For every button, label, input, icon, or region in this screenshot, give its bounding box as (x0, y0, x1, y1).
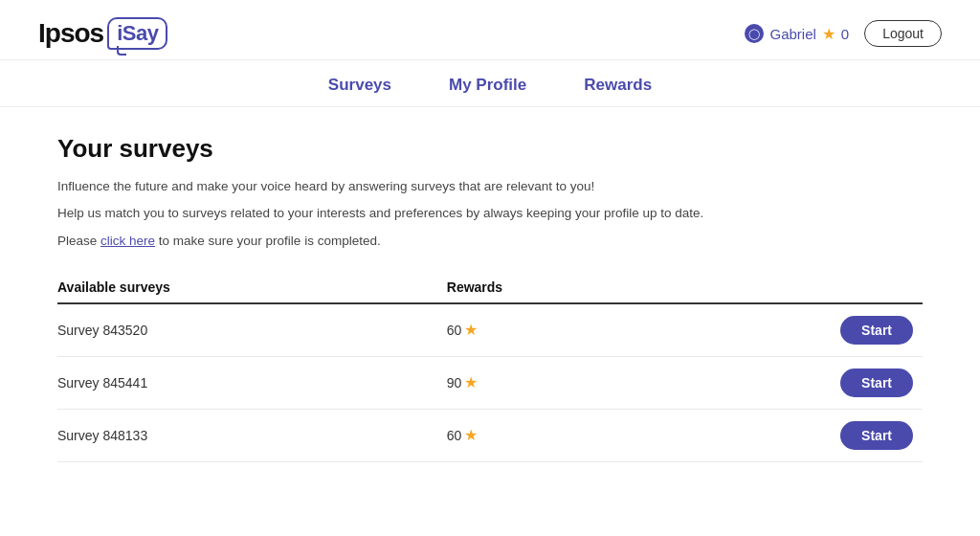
table-row: Survey 84813360★Start (57, 409, 923, 461)
survey-action: Start (663, 303, 923, 357)
desc3-prefix: Please (57, 234, 100, 248)
survey-rewards: 60★ (447, 409, 663, 461)
page-title: Your surveys (57, 134, 923, 164)
nav-surveys[interactable]: Surveys (328, 76, 391, 95)
survey-name: Survey 848133 (57, 409, 447, 461)
table-row: Survey 84544190★Start (57, 356, 923, 409)
survey-action: Start (663, 409, 923, 461)
survey-rewards: 90★ (447, 356, 663, 409)
col-header-rewards: Rewards (447, 272, 663, 303)
start-button-1[interactable]: Start (840, 368, 913, 397)
star-icon: ★ (464, 426, 478, 444)
surveys-table: Available surveys Rewards Survey 8435206… (57, 272, 923, 462)
star-icon: ★ (822, 25, 835, 43)
start-button-0[interactable]: Start (840, 316, 913, 345)
logo-ipsos-text: Ipsos (38, 18, 103, 49)
username: Gabriel (769, 26, 815, 42)
nav-rewards[interactable]: Rewards (584, 76, 652, 95)
survey-action: Start (663, 356, 923, 409)
survey-name: Survey 845441 (57, 356, 447, 409)
col-header-surveys: Available surveys (57, 272, 447, 303)
description-3: Please click here to make sure your prof… (57, 232, 923, 251)
survey-name: Survey 843520 (57, 303, 447, 357)
nav-my-profile[interactable]: My Profile (449, 76, 526, 95)
logo-isay-text: iSay (117, 21, 158, 46)
navigation: Surveys My Profile Rewards (0, 60, 980, 107)
logout-button[interactable]: Logout (864, 20, 942, 47)
user-icon: ◯ (745, 24, 764, 43)
click-here-link[interactable]: click here (100, 234, 155, 248)
survey-rewards: 60★ (447, 303, 663, 357)
start-button-2[interactable]: Start (840, 421, 913, 450)
main-content: Your surveys Influence the future and ma… (0, 107, 980, 462)
header-right: ◯ Gabriel ★ 0 Logout (745, 20, 942, 47)
header: Ipsos iSay ◯ Gabriel ★ 0 Logout (0, 0, 980, 60)
star-icon: ★ (464, 373, 478, 391)
col-header-action (663, 272, 923, 303)
description-1: Influence the future and make your voice… (57, 177, 923, 196)
logo: Ipsos iSay (38, 17, 167, 50)
table-row: Survey 84352060★Start (57, 303, 923, 357)
user-points: 0 (841, 26, 849, 42)
rewards-value: 60★ (447, 426, 663, 444)
rewards-value: 90★ (447, 373, 663, 391)
rewards-value: 60★ (447, 321, 663, 339)
table-header-row: Available surveys Rewards (57, 272, 923, 303)
description-2: Help us match you to surveys related to … (57, 204, 923, 223)
star-icon: ★ (464, 321, 478, 339)
desc3-suffix: to make sure your profile is completed. (155, 234, 381, 248)
user-info: ◯ Gabriel ★ 0 (745, 24, 849, 43)
logo-isay-box: iSay (107, 17, 167, 50)
